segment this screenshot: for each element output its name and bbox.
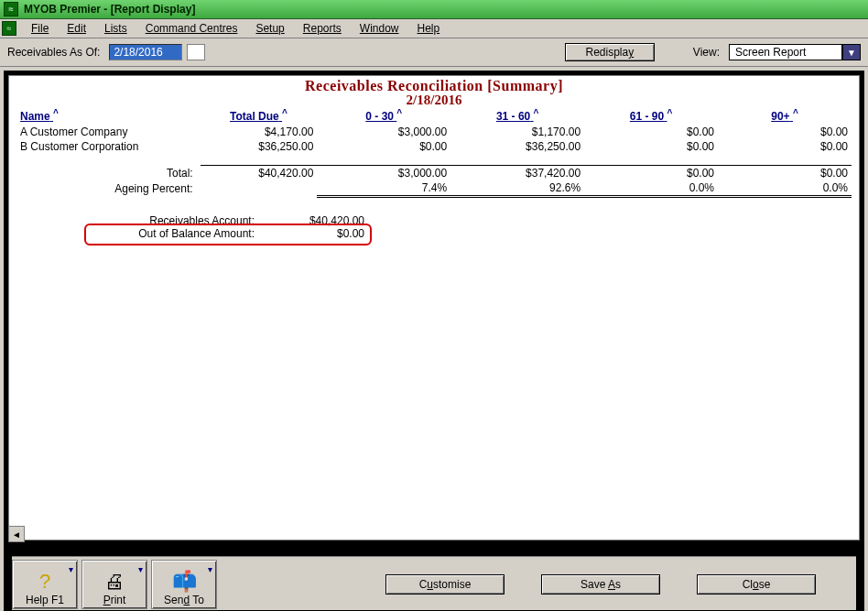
save-as-button[interactable]: Save As — [541, 574, 660, 595]
cell-total-due: $36,250.00 — [201, 139, 318, 154]
printer-icon: 🖨 — [104, 572, 125, 592]
receivables-as-of-label: Receivables As Of: — [7, 46, 100, 59]
col-name[interactable]: Name ^ — [16, 108, 201, 125]
help-button-label: Help F1 — [26, 594, 64, 606]
cell-0-30: $3,000.00 — [317, 125, 450, 139]
menu-setup[interactable]: Setup — [246, 20, 293, 37]
menu-window[interactable]: Window — [351, 20, 408, 37]
chevron-down-icon: ▾ — [69, 564, 73, 574]
col-0-30[interactable]: 0 - 30 ^ — [317, 108, 450, 125]
view-select[interactable]: Screen Report ▼ — [729, 44, 861, 60]
out-of-balance-label: Out of Balance Amount: — [90, 227, 255, 240]
report-date: 2/18/2016 — [16, 93, 852, 108]
help-icon: ? — [39, 572, 50, 592]
bottom-toolbar: ▾ ? Help F1 ▾ 🖨 Print ▾ 📫 Send To Custom… — [12, 556, 856, 610]
menu-help[interactable]: Help — [408, 20, 450, 37]
cell-name: B Customer Corporation — [16, 139, 201, 154]
scroll-left-button[interactable]: ◄ — [8, 526, 25, 542]
close-button[interactable]: Close — [697, 574, 816, 595]
total-label: Total: — [16, 166, 201, 181]
totals-row: Total: $40,420.00 $3,000.00 $37,420.00 $… — [16, 166, 852, 181]
table-row: A Customer Company $4,170.00 $3,000.00 $… — [16, 125, 852, 139]
cell-61-90: $0.00 — [584, 166, 718, 181]
title-bar: ≈ MYOB Premier - [Report Display] — [0, 0, 868, 19]
receivables-account-value: $40,420.00 — [282, 214, 364, 227]
summary-block: Receivables Account: $40,420.00 Out of B… — [90, 214, 364, 240]
customise-button[interactable]: Customise — [385, 574, 505, 595]
chevron-down-icon: ▾ — [208, 564, 212, 574]
col-total-due[interactable]: Total Due ^ — [201, 108, 318, 125]
menu-reports[interactable]: Reports — [294, 20, 351, 37]
report-table: Name ^ Total Due ^ 0 - 30 ^ 31 - 60 ^ 61… — [16, 108, 852, 198]
view-select-value: Screen Report — [729, 44, 842, 60]
cell-name: A Customer Company — [16, 125, 201, 139]
cell-total-due: $40,420.00 — [201, 166, 318, 181]
cell-90p-pct: 0.0% — [718, 180, 852, 197]
send-to-button-label: Send To — [164, 594, 204, 606]
sort-caret-icon: ^ — [53, 108, 59, 118]
cell-61-90: $0.00 — [584, 125, 718, 139]
calendar-icon[interactable] — [187, 44, 205, 60]
redisplay-button[interactable]: Redisplay — [565, 43, 655, 61]
print-button[interactable]: ▾ 🖨 Print — [81, 560, 147, 609]
cell-total-due: $4,170.00 — [201, 125, 318, 139]
ageing-row: Ageing Percent: 7.4% 92.6% 0.0% 0.0% — [16, 180, 852, 197]
cell-90p: $0.00 — [718, 166, 852, 181]
child-window-icon: ≈ — [2, 21, 16, 36]
menu-file[interactable]: File — [22, 20, 58, 37]
cell-0-30: $3,000.00 — [317, 166, 450, 181]
menu-edit[interactable]: Edit — [58, 20, 95, 37]
cell-0-30: $0.00 — [317, 139, 450, 154]
cell-31-60: $1,170.00 — [450, 125, 584, 139]
receivables-account-label: Receivables Account: — [90, 214, 255, 227]
mailbox-icon: 📫 — [172, 572, 197, 592]
menu-command-centres[interactable]: Command Centres — [136, 20, 247, 37]
window-title: MYOB Premier - [Report Display] — [24, 3, 195, 16]
cell-31-60-pct: 92.6% — [450, 180, 584, 197]
footer-buttons: Customise Save As Close — [385, 574, 816, 595]
cell-61-90-pct: 0.0% — [584, 180, 718, 197]
cell-0-30-pct: 7.4% — [317, 180, 450, 197]
col-90-plus[interactable]: 90+ ^ — [718, 108, 852, 125]
cell-90p: $0.00 — [718, 125, 852, 139]
chevron-down-icon: ▾ — [138, 564, 143, 574]
help-button[interactable]: ▾ ? Help F1 — [12, 560, 78, 609]
menu-lists[interactable]: Lists — [95, 20, 136, 37]
cell-31-60: $37,420.00 — [450, 166, 584, 181]
col-31-60[interactable]: 31 - 60 ^ — [450, 108, 584, 125]
table-header-row: Name ^ Total Due ^ 0 - 30 ^ 31 - 60 ^ 61… — [16, 108, 852, 125]
cell-31-60: $36,250.00 — [450, 139, 584, 154]
report-display: Receivables Reconciliation [Summary] 2/1… — [8, 75, 860, 540]
chevron-down-icon[interactable]: ▼ — [842, 44, 861, 60]
out-of-balance-row: Out of Balance Amount: $0.00 — [90, 227, 364, 240]
ageing-label: Ageing Percent: — [16, 180, 201, 197]
cell-61-90: $0.00 — [584, 139, 718, 154]
send-to-button[interactable]: ▾ 📫 Send To — [151, 560, 217, 609]
receivables-account-row: Receivables Account: $40,420.00 — [90, 214, 364, 227]
app-icon: ≈ — [4, 2, 18, 16]
table-row: B Customer Corporation $36,250.00 $0.00 … — [16, 139, 852, 154]
receivables-as-of-input[interactable] — [109, 44, 182, 60]
work-area: Receivables Reconciliation [Summary] 2/1… — [4, 71, 864, 611]
col-61-90[interactable]: 61 - 90 ^ — [584, 108, 718, 125]
view-label: View: — [693, 46, 720, 59]
out-of-balance-value: $0.00 — [282, 227, 364, 240]
print-button-label: Print — [103, 594, 126, 606]
report-toolbar: Receivables As Of: Redisplay View: Scree… — [0, 38, 868, 67]
cell-90p: $0.00 — [718, 139, 852, 154]
menu-bar: ≈ File Edit Lists Command Centres Setup … — [0, 19, 868, 38]
